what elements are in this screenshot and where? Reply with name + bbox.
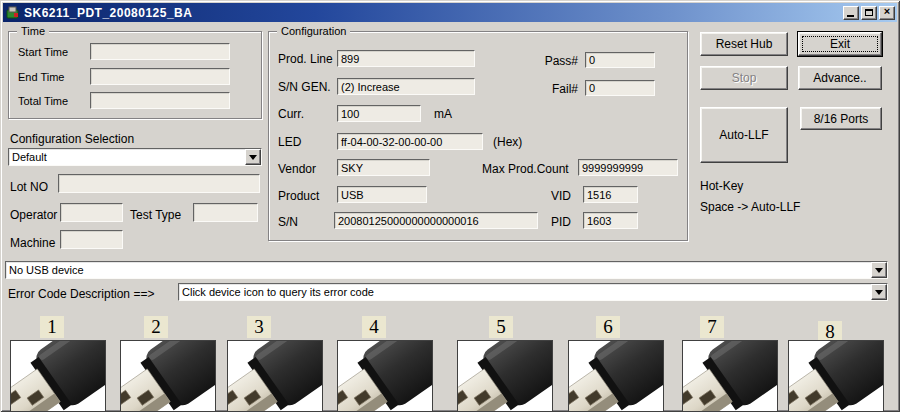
error-code-combo[interactable]: Click device icon to query its error cod… bbox=[178, 283, 888, 301]
operator-field[interactable] bbox=[60, 203, 123, 222]
chevron-down-icon[interactable] bbox=[871, 284, 887, 300]
curr-field[interactable]: 100 bbox=[337, 105, 421, 122]
start-time-label: Start Time bbox=[18, 46, 68, 58]
usb-device-combo-value: No USB device bbox=[9, 264, 84, 276]
configuration-selection-label: Configuration Selection bbox=[10, 132, 134, 146]
machine-label: Machine bbox=[10, 236, 55, 250]
port-number-label: 7 bbox=[700, 316, 724, 338]
port-number-label: 2 bbox=[144, 316, 168, 338]
configuration-selection-value: Default bbox=[12, 151, 47, 163]
end-time-field[interactable] bbox=[90, 68, 230, 85]
prod-line-label: Prod. Line bbox=[278, 52, 333, 66]
maximize-icon bbox=[865, 9, 873, 16]
time-group-legend: Time bbox=[17, 25, 49, 37]
prod-line-field[interactable]: 899 bbox=[337, 50, 475, 67]
chevron-down-icon[interactable] bbox=[245, 149, 261, 165]
port-number-label: 5 bbox=[489, 316, 513, 338]
curr-label: Curr. bbox=[278, 107, 304, 121]
usb-device-image[interactable] bbox=[227, 340, 323, 412]
lot-no-label: Lot NO bbox=[10, 180, 48, 194]
error-code-label: Error Code Description ==> bbox=[8, 287, 154, 301]
window-title: SK6211_PDT_20080125_BA bbox=[24, 6, 192, 20]
port-number-label: 3 bbox=[247, 316, 271, 338]
usb-device-image[interactable] bbox=[788, 340, 884, 412]
usb-device-image[interactable] bbox=[568, 340, 664, 412]
error-code-combo-value: Click device icon to query its error cod… bbox=[182, 286, 374, 298]
end-time-label: End Time bbox=[18, 71, 64, 83]
usb-device-image[interactable] bbox=[120, 340, 216, 412]
usb-device-image[interactable] bbox=[457, 340, 553, 412]
usb-device-combo[interactable]: No USB device bbox=[5, 261, 888, 279]
usb-device-image[interactable] bbox=[682, 340, 778, 412]
exit-button[interactable]: Exit bbox=[798, 32, 882, 56]
pass-count-label: Pass# bbox=[538, 54, 578, 68]
close-button[interactable]: × bbox=[879, 6, 895, 20]
total-time-field[interactable] bbox=[90, 92, 230, 109]
product-field[interactable]: USB bbox=[337, 186, 427, 203]
led-hex-label: (Hex) bbox=[493, 135, 522, 149]
led-field[interactable]: ff-04-00-32-00-00-00 bbox=[337, 133, 483, 150]
max-prod-count-field[interactable]: 9999999999 bbox=[578, 159, 678, 176]
total-time-label: Total Time bbox=[18, 95, 68, 107]
pid-field[interactable]: 1603 bbox=[583, 212, 638, 229]
close-icon: × bbox=[884, 6, 890, 17]
hotkey-title: Hot-Key bbox=[700, 179, 743, 193]
maximize-button[interactable] bbox=[861, 6, 877, 20]
usb-device-image[interactable] bbox=[10, 340, 106, 412]
auto-llf-button[interactable]: Auto-LLF bbox=[700, 107, 788, 163]
minimize-button[interactable] bbox=[843, 6, 859, 20]
configuration-selection-combo[interactable]: Default bbox=[8, 148, 262, 166]
sn-label: S/N bbox=[278, 215, 298, 229]
vendor-label: Vendor bbox=[278, 162, 316, 176]
sn-gen-label: S/N GEN. bbox=[278, 80, 331, 94]
test-type-field[interactable] bbox=[193, 203, 258, 222]
vid-field[interactable]: 1516 bbox=[583, 186, 638, 203]
app-window: SK6211_PDT_20080125_BA × Time Start Time… bbox=[0, 0, 900, 412]
sn-field[interactable]: 20080125000000000000016 bbox=[334, 212, 538, 229]
usb-device-image[interactable] bbox=[337, 340, 433, 412]
title-bar[interactable]: SK6211_PDT_20080125_BA × bbox=[3, 3, 897, 22]
sn-gen-field[interactable]: (2) Increase bbox=[337, 78, 475, 95]
ports-toggle-button[interactable]: 8/16 Ports bbox=[800, 107, 882, 130]
reset-hub-button[interactable]: Reset Hub bbox=[700, 32, 788, 56]
advance-button[interactable]: Advance.. bbox=[798, 66, 882, 90]
pid-label: PID bbox=[545, 215, 571, 229]
start-time-field[interactable] bbox=[90, 43, 230, 60]
lot-no-field[interactable] bbox=[58, 174, 260, 193]
max-prod-count-label: Max Prod.Count bbox=[482, 162, 569, 176]
hotkey-description: Space -> Auto-LLF bbox=[700, 200, 800, 214]
port-number-label: 4 bbox=[362, 316, 386, 338]
fail-count-label: Fail# bbox=[538, 82, 578, 96]
app-icon bbox=[6, 6, 20, 20]
product-label: Product bbox=[278, 189, 319, 203]
operator-label: Operator bbox=[10, 208, 57, 222]
machine-field[interactable] bbox=[60, 230, 123, 249]
stop-button: Stop bbox=[700, 66, 788, 90]
chevron-down-icon[interactable] bbox=[871, 262, 887, 278]
configuration-group-legend: Configuration bbox=[277, 25, 350, 37]
led-label: LED bbox=[278, 135, 301, 149]
curr-unit-label: mA bbox=[434, 107, 452, 121]
fail-count-field[interactable]: 0 bbox=[585, 80, 655, 96]
port-number-label: 1 bbox=[40, 316, 64, 338]
vendor-field[interactable]: SKY bbox=[337, 159, 430, 176]
vid-label: VID bbox=[545, 189, 571, 203]
port-number-label: 6 bbox=[596, 316, 620, 338]
test-type-label: Test Type bbox=[130, 208, 181, 222]
pass-count-field[interactable]: 0 bbox=[585, 52, 655, 68]
minimize-icon bbox=[847, 15, 854, 17]
